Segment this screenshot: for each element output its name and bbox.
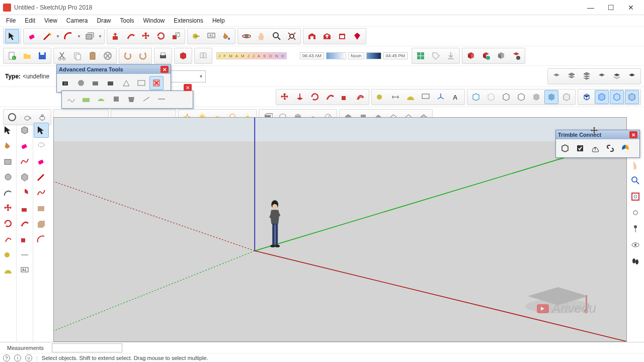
sandbox-contour-icon[interactable] [64,92,78,106]
zoom-window-icon[interactable] [628,189,643,204]
redo-icon[interactable] [136,49,150,63]
tape-yellow-icon[interactable] [1,247,16,262]
offset-icon[interactable] [353,90,367,104]
component-icon[interactable] [17,123,32,138]
minimize-button[interactable]: — [581,1,601,15]
panel-close-icon[interactable]: ✕ [160,66,169,73]
layers-icon-6[interactable] [625,69,639,83]
measurements-input[interactable] [52,343,122,352]
model-info-icon[interactable] [176,49,190,63]
camera-show-icon[interactable] [104,76,118,90]
rotate-icon[interactable] [308,90,322,104]
pan-tool-icon[interactable] [255,29,269,43]
camera-look-icon[interactable] [74,76,88,90]
book-icon[interactable] [196,49,210,63]
help-icon[interactable]: ? [3,354,10,361]
camera-aspect-icon[interactable] [134,76,148,90]
walk-icon[interactable] [628,253,643,268]
iso-view-icon[interactable] [580,90,594,104]
sandbox-stamp-icon[interactable] [109,92,123,106]
menu-camera[interactable]: Camera [62,16,92,25]
layers-icon-2[interactable] [565,69,579,83]
menu-extensions[interactable]: Extensions [170,16,207,25]
zoom-extents-icon[interactable] [285,29,299,43]
text-tool-icon[interactable]: A1 [204,29,218,43]
pie-icon[interactable] [17,185,32,200]
ruby-icon[interactable] [350,29,364,43]
move-icon[interactable] [278,90,292,104]
pushpull-tool-icon[interactable] [109,29,123,43]
layers-icon-3[interactable] [580,69,594,83]
pushpull-red-icon[interactable] [17,201,32,216]
eraser-pink-icon[interactable] [17,138,32,153]
move-tool-icon[interactable] [139,29,153,43]
sandbox-scratch-icon[interactable] [79,92,93,106]
style-shaded-icon[interactable] [529,90,543,104]
component-icon-3[interactable] [494,49,508,63]
zoom-ext-icon[interactable] [628,205,643,220]
rect2-icon[interactable] [34,201,49,216]
advanced-camera-tools-panel[interactable]: Advanced Camera Tools ✕ [56,64,171,93]
tc-link-icon[interactable] [603,141,617,155]
menu-window[interactable]: Window [139,16,169,25]
text-a1-icon[interactable]: A1 [17,263,32,278]
eraser2-icon[interactable] [34,154,49,169]
followme-red-icon[interactable] [17,216,32,231]
arc-icon[interactable] [1,185,16,200]
arc-tool-icon[interactable] [61,29,75,43]
orbit-tool-icon[interactable] [239,29,254,43]
dropdown-arrow-icon[interactable]: ▼ [98,29,103,43]
protractor-yellow-icon[interactable] [1,263,16,278]
camera-lock-icon[interactable] [89,76,103,90]
style-hidden-icon[interactable] [514,90,528,104]
style-shaded-tex-icon[interactable] [544,90,558,104]
front-view-icon[interactable] [610,90,624,104]
warehouse-share-icon[interactable] [320,29,334,43]
close-button[interactable]: ✕ [621,1,641,15]
menu-draw[interactable]: Draw [93,16,115,25]
position-camera-icon[interactable] [628,221,643,236]
save-file-icon[interactable] [35,49,49,63]
style-wireframe-icon[interactable] [499,90,513,104]
axes-icon[interactable] [434,90,448,104]
download-icon[interactable] [444,49,458,63]
zoom-tool-icon[interactable] [270,29,284,43]
scale-red-icon[interactable] [17,232,32,247]
tape-tool-icon[interactable] [189,29,203,43]
time-slider[interactable] [326,52,346,59]
polygon-icon[interactable] [17,169,32,185]
viewport[interactable]: Arivedu [53,117,627,342]
text-icon[interactable] [419,90,433,104]
tc-upload-icon[interactable] [588,141,602,155]
menu-view[interactable]: View [40,16,61,25]
menu-edit[interactable]: Edit [21,16,39,25]
camera-create-icon[interactable] [59,76,73,90]
component-icon-2[interactable] [479,49,493,63]
sandbox-flip-icon[interactable] [154,92,169,106]
3dtext-icon[interactable]: A [449,90,463,104]
paint-tool-icon[interactable] [219,29,233,43]
lasso-icon[interactable] [34,138,49,153]
line-tool-icon[interactable] [40,29,54,43]
tag-icon[interactable] [429,49,443,63]
select-tool-icon[interactable] [5,29,19,43]
undo-icon[interactable] [121,49,135,63]
layers-icon-4[interactable] [595,69,609,83]
copy-icon[interactable] [70,49,85,63]
maximize-button[interactable]: ☐ [601,1,621,15]
open-file-icon[interactable] [20,49,34,63]
rotate-red-icon[interactable] [1,216,16,231]
info-icon[interactable]: i [14,354,21,361]
paste-icon[interactable] [86,49,100,63]
zoom-right-icon[interactable] [628,173,643,188]
panel-close-icon[interactable]: ✕ [184,84,192,91]
offset-red-icon[interactable] [1,232,16,247]
move-red-icon[interactable] [1,201,16,216]
month-slider[interactable]: J F M A M J J A S O N D [216,52,287,59]
hand-icon[interactable] [628,157,643,172]
menu-tools[interactable]: Tools [116,16,138,25]
extension-warehouse-icon[interactable] [335,29,349,43]
select-active-icon[interactable] [34,123,49,138]
cut-icon[interactable] [55,49,69,63]
tc-todo-icon[interactable] [573,141,587,155]
